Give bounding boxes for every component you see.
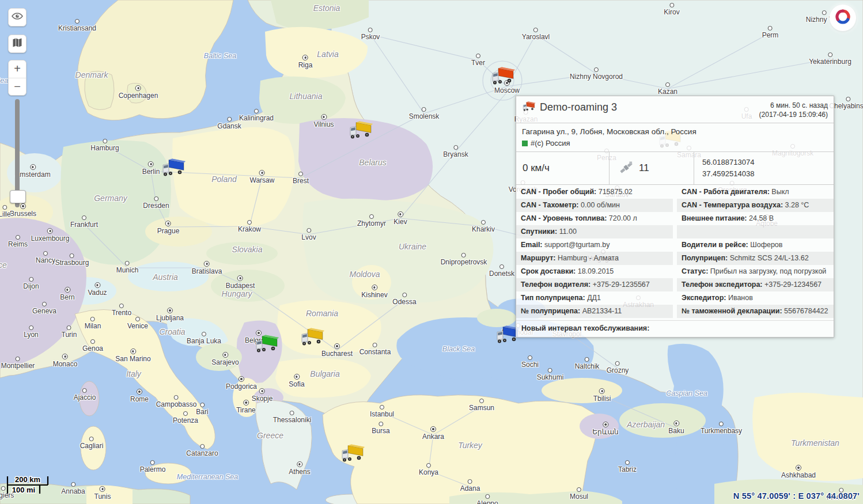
satellite-count: 11 bbox=[639, 162, 649, 174]
geofence-name: #(c) Россия bbox=[531, 139, 570, 147]
info-row: CAN - Пробег общий: 715875.02CAN - Работ… bbox=[516, 185, 834, 199]
timestamp: (2017-04-19 15:09:46) bbox=[759, 110, 828, 119]
truck-belarus[interactable] bbox=[348, 120, 373, 142]
info-cell bbox=[677, 225, 834, 238]
zoom-panel: + − bbox=[8, 60, 27, 96]
longitude-value: 37.4592514038 bbox=[702, 168, 834, 180]
info-cell: Телефон водителя: +375-29-1235567 bbox=[516, 278, 673, 291]
info-cell: Телефон экспедитора: +375-29-1234567 bbox=[677, 278, 834, 291]
info-cell: Внешнее питание: 24.58 В bbox=[677, 212, 834, 225]
info-cell: Экспедитор: Иванов bbox=[677, 291, 834, 305]
time-ago: 6 мин. 50 с. назад bbox=[759, 101, 828, 110]
truck-moscow[interactable] bbox=[490, 66, 516, 88]
popup-address-block: Гагарина ул., 9, Лобня, Московская обл.,… bbox=[516, 123, 834, 152]
unit-title: Demo-roaming 3 bbox=[540, 101, 617, 113]
info-row: Срок доставки: 18.09.2015Статус: Прибыл … bbox=[516, 265, 834, 278]
zoom-out-button[interactable]: − bbox=[9, 78, 26, 96]
eye-icon bbox=[11, 10, 24, 25]
info-cell: CAN - Уровень топлива: 720.00 л bbox=[516, 212, 673, 225]
popup-stats-row: 0 км/ч 11 56.0188713074 37.4592514038 bbox=[516, 152, 834, 185]
info-row: CAN - Уровень топлива: 720.00 лВнешнее п… bbox=[516, 212, 834, 225]
popup-header: Demo-roaming 3 6 мин. 50 с. назад (2017-… bbox=[516, 96, 834, 123]
truck-izmir[interactable] bbox=[340, 443, 365, 465]
info-cell: Полуприцеп: Schmitz SCS 24/L-13.62 bbox=[677, 252, 834, 265]
info-cell: Водители в рейсе: Шоферов bbox=[677, 238, 834, 252]
unit-coordinates: 56.0188713074 37.4592514038 bbox=[694, 152, 834, 184]
info-cell: CAN - Пробег общий: 715875.02 bbox=[516, 185, 673, 199]
unit-info-popup[interactable]: Demo-roaming 3 6 мин. 50 с. назад (2017-… bbox=[516, 96, 834, 338]
scale-km-label: 200 km bbox=[15, 475, 40, 484]
unit-address: Гагарина ул., 9, Лобня, Московская обл.,… bbox=[522, 127, 828, 136]
info-row: Телефон водителя: +375-29-1235567Телефон… bbox=[516, 278, 834, 291]
info-row: Email: support@tgurtam.byВодители в рейс… bbox=[516, 238, 834, 252]
truck-bucharest[interactable] bbox=[300, 327, 325, 348]
unit-truck-icon bbox=[522, 101, 536, 114]
info-row: Маршрут: Hamburg - АлматаПолуприцеп: Sch… bbox=[516, 252, 834, 265]
unit-speed: 0 км/ч bbox=[516, 152, 609, 184]
map-scale: 200 km 100 mi bbox=[6, 474, 60, 498]
info-row: № полуприцепа: AB21334-11№ таможенной де… bbox=[516, 305, 834, 318]
info-cell: Спутники: 11.00 bbox=[516, 225, 673, 238]
zoom-in-button[interactable]: + bbox=[9, 60, 26, 78]
cursor-coordinates: N 55° 47.0059' : E 037° 44.0807' bbox=[733, 491, 860, 501]
geofence-row: #(c) Россия bbox=[522, 139, 828, 147]
info-row: Тип полуприцепа: ДД1Экспедитор: Иванов bbox=[516, 291, 834, 305]
info-cell: Срок доставки: 18.09.2015 bbox=[516, 265, 673, 278]
truck-berlin[interactable] bbox=[161, 157, 186, 179]
map-icon bbox=[12, 37, 23, 51]
truck-belgrade[interactable] bbox=[254, 334, 279, 355]
zoom-slider-handle[interactable] bbox=[10, 190, 26, 203]
info-cell: CAN - Работа двигателя: Выкл bbox=[677, 185, 834, 199]
info-cell: CAN - Температура воздуха: 3.28 °C bbox=[677, 199, 834, 212]
info-cell: Тип полуприцепа: ДД1 bbox=[516, 291, 673, 305]
maintenance-interval-label: Новый интервал техобслуживания: bbox=[516, 320, 834, 337]
satellite-icon bbox=[619, 160, 634, 177]
info-cell: Статус: Прибыл на загрузку, под погрузко… bbox=[677, 265, 834, 278]
logo-swirl-icon bbox=[834, 8, 851, 28]
info-table: CAN - Пробег общий: 715875.02CAN - Работ… bbox=[516, 185, 834, 318]
info-cell: № таможенной декларации: 55676784422 bbox=[677, 305, 834, 318]
info-cell: CAN - Тахометр: 0.00 об/мин bbox=[516, 199, 673, 212]
map-layers-button[interactable] bbox=[8, 35, 27, 53]
info-cell: Маршрут: Hamburg - Алмата bbox=[516, 252, 673, 265]
info-cell: № полуприцепа: AB21334-11 bbox=[516, 305, 673, 318]
info-row: Спутники: 11.00 bbox=[516, 225, 834, 238]
gurtam-logo[interactable] bbox=[830, 5, 856, 31]
scale-mi-label: 100 mi bbox=[12, 486, 35, 494]
info-row: CAN - Тахометр: 0.00 об/минCAN - Темпера… bbox=[516, 199, 834, 212]
last-message-time: 6 мин. 50 с. назад (2017-04-19 15:09:46) bbox=[759, 101, 828, 119]
satellites-cell: 11 bbox=[609, 152, 694, 184]
info-cell: Email: support@tgurtam.by bbox=[516, 238, 673, 252]
geofence-color-square bbox=[522, 141, 528, 146]
visibility-button[interactable] bbox=[8, 8, 27, 26]
latitude-value: 56.0188713074 bbox=[702, 157, 834, 168]
